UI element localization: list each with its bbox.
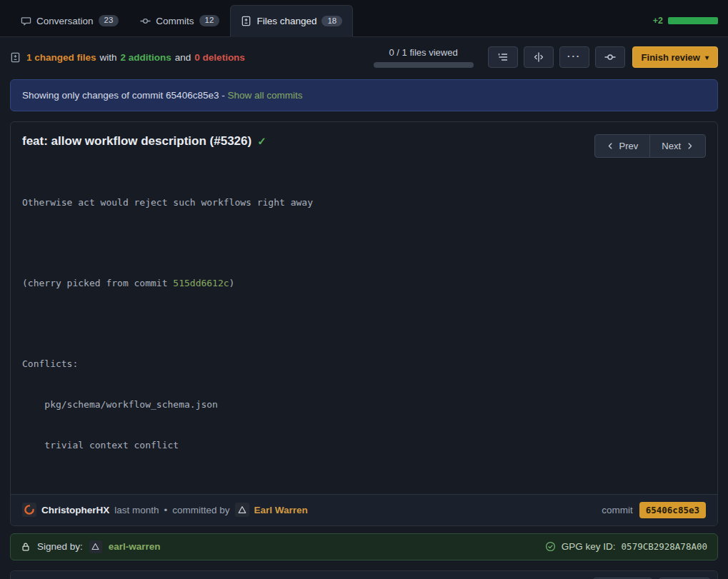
conflict-file: pkg/schema/workflow_schema.json: [22, 398, 706, 412]
commit-details-box: feat: allow workflow description (#5326)…: [10, 121, 718, 526]
split-view-button[interactable]: [524, 46, 554, 68]
next-label: Next: [662, 141, 681, 151]
tab-commits-count: 12: [199, 15, 220, 26]
comment-bubble-icon: [21, 16, 31, 26]
tab-commits-label: Commits: [156, 16, 194, 26]
next-commit-button[interactable]: Next: [649, 134, 706, 158]
tab-files-changed[interactable]: Files changed 18: [230, 5, 353, 37]
gpg-key-group: GPG key ID: 0579CB2928A78A00: [545, 541, 707, 552]
conflicts-label: Conflicts:: [22, 358, 706, 371]
commit-message-body: Otherwise act would reject such workflow…: [11, 165, 717, 494]
signer-name-link[interactable]: earl-warren: [109, 541, 161, 552]
tab-files-changed-count: 18: [321, 16, 342, 27]
diff-file-header: 2 pkg/schema/workflow_schema.json Unesca…: [11, 571, 717, 579]
diffstat-additions: +2: [653, 16, 663, 26]
conflict-note: trivial context conflict: [22, 439, 706, 453]
diff-file-icon: [241, 16, 251, 26]
changed-files-summary: 1 changed files with 2 additions and 0 d…: [10, 52, 245, 63]
commit-label: commit: [602, 505, 633, 515]
tab-conversation[interactable]: Conversation 23: [10, 5, 129, 36]
more-options-button[interactable]: ···: [559, 46, 589, 68]
ellipsis-icon: ···: [567, 51, 581, 61]
commit-icon: [140, 16, 151, 26]
commit-title: feat: allow workflow description (#5326)…: [22, 134, 266, 148]
whitespace-options-button[interactable]: [488, 46, 518, 68]
changed-files-count: 1 changed files: [26, 52, 96, 63]
commit-select-button[interactable]: [595, 46, 625, 68]
commit-author-name[interactable]: ChristopherHX: [41, 505, 109, 515]
meta-separator: •: [164, 505, 168, 515]
additions-count: 2 additions: [121, 52, 171, 63]
cherry-pick-text: (cherry picked from commit: [22, 278, 173, 288]
committer-name[interactable]: Earl Warren: [254, 505, 308, 515]
finish-review-label: Finish review: [642, 52, 700, 63]
commit-filter-text: Showing only changes of commit 65406c85e…: [22, 90, 225, 101]
toolbar-actions: 0 / 1 files viewed ··· Finish review ▾: [374, 46, 718, 68]
files-toolbar: 1 changed files with 2 additions and 0 d…: [0, 37, 728, 78]
cherry-pick-hash-link[interactable]: 515dd6612c: [173, 278, 229, 288]
caret-down-icon: ▾: [705, 54, 709, 61]
commit-header: feat: allow workflow description (#5326)…: [11, 122, 717, 165]
diffstat-bar: [668, 17, 718, 24]
deletions-count: 0 deletions: [194, 52, 245, 63]
finish-review-button[interactable]: Finish review ▾: [632, 46, 718, 68]
files-viewed-bar: [374, 62, 474, 68]
prev-next-nav: Prev Next: [594, 134, 706, 158]
commit-message-blank: [22, 236, 706, 250]
commit-hash-badge[interactable]: 65406c85e3: [639, 502, 706, 518]
signed-by-label: Signed by:: [37, 541, 83, 552]
commit-meta-footer: ChristopherHX last month • committed by …: [11, 494, 717, 525]
files-viewed-label: 0 / 1 files viewed: [389, 47, 458, 58]
summary-and: and: [175, 52, 191, 63]
commit-title-text: feat: allow workflow description (#5326): [22, 134, 251, 148]
pr-tab-bar: Conversation 23 Commits 12 Files changed…: [0, 0, 728, 37]
commit-message-blank: [22, 318, 706, 331]
commit-message-line: (cherry picked from commit 515dd6612c): [22, 277, 706, 291]
summary-with: with: [100, 52, 117, 63]
chevron-left-icon: [607, 142, 614, 150]
verified-check-icon: [545, 541, 556, 552]
tab-conversation-count: 23: [99, 15, 119, 26]
commit-message-line: Otherwise act would reject such workflow…: [22, 196, 706, 210]
cherry-pick-suffix: ): [229, 278, 235, 288]
author-avatar[interactable]: [22, 503, 36, 517]
commit-hash-group: commit 65406c85e3: [602, 502, 706, 518]
gpg-key-label: GPG key ID:: [562, 541, 616, 552]
commit-filter-banner: Showing only changes of commit 65406c85e…: [10, 79, 718, 111]
diff-file-box: 2 pkg/schema/workflow_schema.json Unesca…: [10, 570, 718, 579]
status-check-icon: ✓: [257, 135, 266, 148]
signed-banner: Signed by: earl-warren GPG key ID: 0579C…: [10, 533, 718, 560]
plus-minus-icon: [10, 52, 21, 63]
prev-label: Prev: [619, 141, 639, 151]
pr-files-changed-page: Conversation 23 Commits 12 Files changed…: [0, 0, 728, 579]
prev-commit-button[interactable]: Prev: [594, 134, 651, 158]
gpg-key-value: 0579CB2928A78A00: [622, 541, 707, 552]
chevron-right-icon: [686, 142, 694, 150]
tab-conversation-label: Conversation: [36, 16, 94, 26]
committer-avatar[interactable]: [235, 503, 249, 517]
committed-by-label: committed by: [172, 505, 229, 515]
commit-time: last month: [114, 505, 159, 515]
tab-files-changed-label: Files changed: [256, 16, 316, 26]
files-viewed-progress: 0 / 1 files viewed: [374, 47, 474, 68]
lock-icon: [21, 542, 31, 552]
pr-diffstat: +2: [653, 16, 718, 26]
show-all-commits-link[interactable]: Show all commits: [227, 90, 302, 101]
signer-avatar[interactable]: [89, 540, 102, 553]
tab-commits[interactable]: Commits 12: [129, 5, 230, 36]
